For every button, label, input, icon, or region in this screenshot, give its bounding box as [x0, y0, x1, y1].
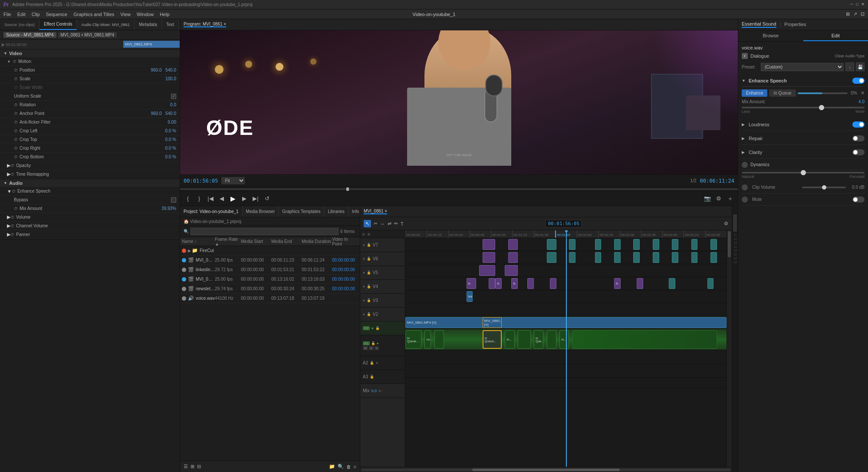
- clip-v7-9[interactable]: [672, 239, 678, 250]
- proj-delete-btn[interactable]: 🗑: [346, 464, 351, 469]
- v3-lock[interactable]: 🔓: [367, 298, 371, 302]
- menu-clip[interactable]: Clip: [32, 12, 40, 17]
- a1-clip-selected[interactable]: In Queue...: [483, 330, 502, 349]
- ctrl-settings[interactable]: ⚙: [714, 195, 723, 202]
- clip-v4-1[interactable]: fx: [467, 278, 476, 289]
- clip-v7-6[interactable]: [614, 239, 621, 250]
- mix-amount-slider-thumb[interactable]: [819, 105, 824, 110]
- clear-audio-type-btn[interactable]: Clear Audio Type: [835, 54, 865, 58]
- es-preset-download-btn[interactable]: ↓: [845, 62, 854, 71]
- file-row-voicewav[interactable]: 🔊 voice.wav 44100 Hz 00:00:00:00 00:13:0…: [180, 294, 360, 303]
- menu-graphics[interactable]: Graphics and Titles: [73, 12, 114, 17]
- v5-toggle[interactable]: ●: [363, 271, 365, 275]
- clip-v6-1[interactable]: [483, 252, 496, 263]
- anchor-value[interactable]: 960.0 540.0: [151, 111, 176, 116]
- crop-right-value[interactable]: 0.0 %: [165, 146, 176, 151]
- prop-crop-left[interactable]: ⏱ Crop Left 0.0 %: [0, 127, 180, 135]
- es-dynamics-row[interactable]: Dynamics: [742, 160, 865, 170]
- a1-toggle[interactable]: ●: [377, 341, 379, 345]
- col-header-ip[interactable]: Video In Point: [332, 237, 358, 246]
- tab-libraries[interactable]: Libraries: [324, 206, 348, 217]
- timeline-tab-sequence[interactable]: MVI_0861 ×: [364, 209, 387, 214]
- crop-left-value[interactable]: 0.0 %: [165, 128, 176, 133]
- clip-v6-7[interactable]: [633, 252, 640, 263]
- timeline-vscrollbar[interactable]: [727, 230, 732, 467]
- workspace-icon-3[interactable]: ⊡: [861, 11, 865, 17]
- tl-tool-pen[interactable]: ✏: [394, 221, 398, 226]
- tl-filter-icon[interactable]: ⊘: [362, 232, 365, 236]
- prop-antiflicker[interactable]: ⏱ Anti-flicker Filter 0.00: [0, 118, 180, 127]
- in-queue-btn[interactable]: In Queue: [769, 89, 796, 97]
- tab-graphics-templates[interactable]: Graphics Templates: [279, 206, 324, 217]
- vscroll-thumb[interactable]: [728, 231, 731, 257]
- a1-clip-6[interactable]: In Que...: [534, 330, 543, 349]
- clip-v5-2[interactable]: [505, 265, 518, 276]
- clip-v4-6[interactable]: [550, 278, 556, 289]
- hscroll-thumb[interactable]: [472, 469, 620, 471]
- a1-clip-7[interactable]: [547, 330, 556, 349]
- clip-v4-5[interactable]: [527, 278, 534, 289]
- v1-target[interactable]: V1: [363, 326, 370, 330]
- clip-v6-5[interactable]: [595, 252, 602, 263]
- clip-v7-4[interactable]: [569, 239, 575, 250]
- ec-video-header[interactable]: ▼ Video: [0, 49, 180, 57]
- v7-lock[interactable]: 🔓: [367, 243, 371, 247]
- es-preset-save-btn[interactable]: 💾: [856, 62, 865, 71]
- es-clarity-row[interactable]: ▶ Clarity: [742, 146, 865, 159]
- tab-source[interactable]: Source: (no clips): [0, 19, 39, 30]
- es-loudness-row[interactable]: ▶ Loudness: [742, 118, 865, 131]
- clip-v6-4[interactable]: [569, 252, 575, 263]
- tab-project[interactable]: Project: Video-on-youtube_1: [180, 206, 243, 217]
- clip-volume-slider[interactable]: [802, 187, 846, 188]
- bypass-checkbox[interactable]: [171, 197, 176, 203]
- timeline-ruler[interactable]: 00:00:00 00:00:15 00:00:30 00:00:45 00:0…: [405, 230, 727, 238]
- clip-v4-10[interactable]: [707, 278, 714, 289]
- tab-metadata[interactable]: Metadata: [135, 19, 162, 30]
- es-tab-browse[interactable]: Browse: [738, 30, 803, 41]
- prop-volume[interactable]: ▶ ⏱ Volume: [0, 213, 180, 222]
- menu-help[interactable]: Help: [160, 12, 170, 17]
- tl-tool-razor[interactable]: ✂: [374, 221, 378, 226]
- clip-v6-2[interactable]: [508, 252, 518, 263]
- clip-v7-10[interactable]: [691, 239, 698, 250]
- ctrl-step-fwd[interactable]: ▶: [240, 195, 249, 202]
- workspace-icon-1[interactable]: ⊞: [846, 11, 850, 17]
- a1-clip-2[interactable]: 0%: [424, 330, 431, 349]
- ctrl-step-back[interactable]: ◀: [217, 195, 226, 202]
- es-tab-edit[interactable]: Edit: [803, 30, 868, 41]
- mute-toggle[interactable]: [852, 197, 865, 203]
- dynamics-slider-track[interactable]: [742, 172, 865, 174]
- v3-toggle[interactable]: ●: [363, 298, 365, 302]
- clip-v6-8[interactable]: [653, 252, 659, 263]
- clip-v7-3[interactable]: [547, 239, 556, 250]
- clip-v4-7[interactable]: fx: [614, 278, 621, 289]
- prop-crop-right[interactable]: ⏱ Crop Right 0.0 %: [0, 144, 180, 153]
- a1-clip-3[interactable]: [434, 330, 444, 349]
- prop-uniform-scale[interactable]: Uniform Scale: [0, 92, 180, 101]
- file-row-mvi0861mp4[interactable]: 🎬 MVI_0861.MP4 25.00 fps 00:00:00:00 00:…: [180, 275, 360, 284]
- col-header-dur[interactable]: Media Duration: [302, 239, 332, 244]
- enhance-btn[interactable]: Enhance: [742, 89, 767, 97]
- prop-crop-bottom[interactable]: ⏱ Crop Bottom 0.0 %: [0, 153, 180, 161]
- tl-tool-slip[interactable]: ⇌: [388, 221, 391, 226]
- ctrl-mark-out[interactable]: }: [195, 195, 204, 202]
- prop-bypass[interactable]: Bypass: [0, 196, 180, 204]
- a1-clip-1[interactable]: In Queue...: [405, 330, 421, 349]
- col-header-end[interactable]: Media End: [271, 239, 302, 244]
- v5-lock[interactable]: 🔓: [367, 271, 371, 275]
- v4-toggle[interactable]: ●: [363, 285, 365, 288]
- antiflicker-value[interactable]: 0.00: [168, 120, 176, 125]
- menu-sequence[interactable]: Sequence: [46, 12, 68, 17]
- ctrl-prev-clip[interactable]: |◀: [206, 195, 215, 202]
- clip-v6-3[interactable]: [547, 252, 556, 263]
- clip-v3-1[interactable]: linkedin...: [467, 291, 473, 302]
- close-btn[interactable]: ✕: [861, 2, 865, 7]
- prop-crop-top[interactable]: ⏱ Crop Top 0.0 %: [0, 135, 180, 144]
- es-repair-toggle[interactable]: [852, 135, 865, 141]
- clip-v4-4[interactable]: fx: [511, 278, 518, 289]
- tl-timecode[interactable]: 00:01:56:05: [546, 220, 582, 227]
- enhance-close-btn[interactable]: ✕: [861, 90, 865, 96]
- v2-toggle[interactable]: ●: [363, 312, 365, 316]
- clip-v5-1[interactable]: [479, 265, 495, 276]
- a1-clip-8[interactable]: In...: [559, 330, 569, 349]
